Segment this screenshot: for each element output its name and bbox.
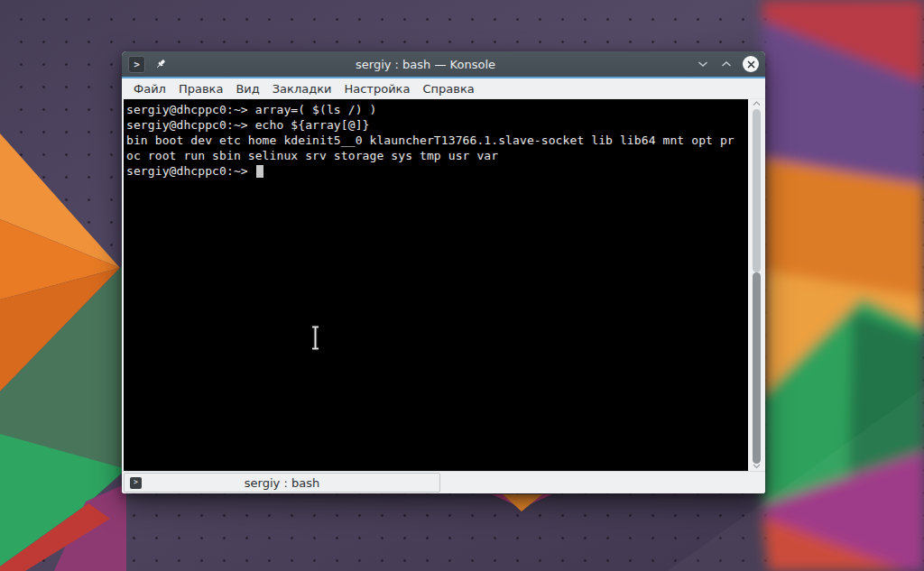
minimize-button[interactable] bbox=[696, 57, 710, 71]
tab-label: sergiy : bash bbox=[245, 476, 319, 490]
menu-item[interactable]: Справка bbox=[416, 80, 480, 97]
menu-item[interactable]: Вид bbox=[229, 80, 265, 97]
chevron-down-icon bbox=[698, 60, 708, 68]
terminal-line: bin boot dev etc home kdeinit5__0 klaunc… bbox=[126, 133, 748, 148]
menu-item[interactable]: Файл bbox=[127, 80, 172, 97]
tab-terminal-icon: > bbox=[130, 477, 142, 489]
scrollbar-thumb[interactable] bbox=[753, 272, 761, 464]
terminal-line: sergiy@dhcppc0:~> echo ${array[@]} bbox=[126, 117, 748, 133]
menu-bar: ФайлПравкаВидЗакладкиНастройкаСправка bbox=[122, 78, 765, 99]
scrollbar-down-button[interactable] bbox=[748, 464, 765, 469]
scrollbar-track-segment[interactable] bbox=[753, 109, 761, 272]
desktop: > sergiy : bash — Konsole bbox=[0, 0, 924, 571]
menu-item[interactable]: Настройка bbox=[337, 80, 416, 97]
tab-bar: > sergiy : bash bbox=[122, 471, 765, 493]
scrollbar-down-icon bbox=[753, 464, 761, 469]
scrollbar-up-icon bbox=[753, 101, 761, 106]
terminal-block-cursor bbox=[256, 165, 263, 178]
ibeam-cursor bbox=[310, 325, 321, 355]
terminal-viewport[interactable]: sergiy@dhcppc0:~> array=( $(ls /) )sergi… bbox=[124, 99, 748, 471]
konsole-window: > sergiy : bash — Konsole bbox=[122, 51, 765, 493]
terminal-lines: sergiy@dhcppc0:~> array=( $(ls /) )sergi… bbox=[126, 102, 748, 179]
pin-icon[interactable] bbox=[153, 57, 168, 71]
close-button[interactable] bbox=[743, 56, 759, 72]
terminal-line: sergiy@dhcppc0:~> array=( $(ls /) ) bbox=[126, 102, 748, 117]
window-buttons bbox=[696, 56, 759, 72]
tab-active[interactable]: > sergiy : bash bbox=[124, 473, 440, 493]
scrollbar[interactable] bbox=[748, 99, 765, 471]
terminal-line: sergiy@dhcppc0:~> bbox=[126, 163, 748, 179]
wallpaper-bottom-peak bbox=[492, 494, 552, 511]
titlebar[interactable]: > sergiy : bash — Konsole bbox=[122, 51, 765, 77]
terminal-line: oc root run sbin selinux srv storage sys… bbox=[126, 148, 748, 163]
maximize-button[interactable] bbox=[719, 57, 734, 71]
scrollbar-up-button[interactable] bbox=[748, 101, 765, 106]
terminal-row: sergiy@dhcppc0:~> array=( $(ls /) )sergi… bbox=[122, 99, 765, 471]
window-title: sergiy : bash — Konsole bbox=[176, 58, 675, 71]
menu-item[interactable]: Правка bbox=[172, 80, 229, 97]
wallpaper-left-cluster bbox=[0, 134, 126, 571]
menu-item[interactable]: Закладки bbox=[266, 80, 338, 97]
chevron-up-icon bbox=[721, 60, 732, 68]
close-icon bbox=[747, 60, 755, 69]
konsole-icon[interactable]: > bbox=[128, 56, 145, 73]
